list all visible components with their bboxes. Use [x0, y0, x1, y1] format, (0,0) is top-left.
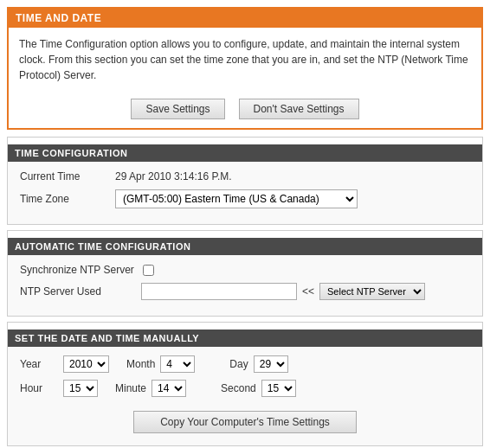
second-select[interactable]: 01234 56789 1011121314 15: [261, 380, 296, 397]
hour-select[interactable]: 01234 56789 1011121314 1516171819 202122…: [63, 380, 98, 397]
dont-save-settings-button-top[interactable]: Don't Save Settings: [239, 99, 359, 119]
ntp-server-label: NTP Server Used: [20, 285, 141, 298]
hour-label: Hour: [20, 382, 63, 394]
ntp-server-input[interactable]: [141, 283, 297, 300]
minute-select[interactable]: 01234 56789 1011121314: [152, 380, 186, 397]
year-label: Year: [20, 358, 63, 370]
page-description: The Time Configuration option allows you…: [9, 28, 481, 92]
auto-time-header: AUTOMATIC TIME CONFIGURATION: [8, 238, 482, 255]
minute-label: Minute: [115, 382, 146, 394]
time-config-header: TIME CONFIGURATION: [8, 144, 482, 162]
day-select[interactable]: 12345 678910 1112131415 1617181920 21222…: [254, 355, 288, 373]
month-label: Month: [126, 358, 155, 370]
ntp-arrows: <<: [302, 285, 314, 298]
year-select[interactable]: 2008 2009 2010 2011 2012: [63, 355, 109, 373]
month-select[interactable]: 1 2 3 4 5 6 7 8 9 10 11 12: [160, 355, 195, 373]
second-label: Second: [221, 382, 256, 394]
current-time-label: Current Time: [20, 170, 115, 182]
time-zone-select[interactable]: (GMT-05:00) Eastern Time (US & Canada): [115, 189, 358, 208]
day-label: Day: [229, 358, 248, 370]
select-ntp-server-dropdown[interactable]: Select NTP Server: [319, 283, 425, 300]
copy-time-button[interactable]: Copy Your Computer's Time Settings: [133, 411, 357, 433]
manual-time-header: SET THE DATE AND TIME MANUALLY: [8, 330, 482, 347]
page-title: TIME AND DATE: [9, 9, 481, 28]
current-time-value: 29 Apr 2010 3:14:16 P.M.: [115, 170, 232, 182]
save-settings-button-top[interactable]: Save Settings: [131, 99, 224, 119]
time-zone-label: Time Zone: [20, 193, 115, 205]
sync-ntp-label: Synchronize NTP Server: [20, 264, 141, 276]
sync-ntp-checkbox[interactable]: [143, 265, 154, 276]
